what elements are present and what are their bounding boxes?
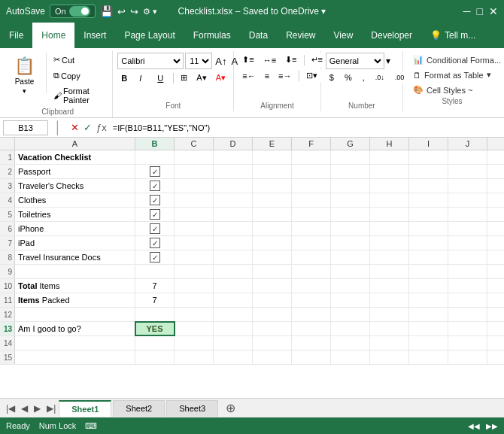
font-color-button[interactable]: A▾ [212,71,229,85]
cell-j10[interactable] [448,279,487,293]
scrollbar-right-icon[interactable]: ▶▶ [486,422,498,430]
sheet-tab-sheet1[interactable]: Sheet1 [59,400,111,417]
cell-g13[interactable] [331,322,370,335]
nav-next-sheet[interactable]: ▶ [31,402,44,415]
cell-a13[interactable]: Am I good to go? [15,322,135,335]
cell-d5[interactable] [214,208,253,221]
cell-d8[interactable] [214,250,253,264]
cell-e13[interactable] [253,322,292,335]
cell-ref-input[interactable] [3,120,48,135]
cell-j1[interactable] [448,150,487,164]
menu-home[interactable]: Home [32,23,74,48]
cell-g3[interactable] [331,179,370,193]
comma-button[interactable]: , [359,71,369,84]
cell-i8[interactable] [409,250,448,264]
checkbox-b8[interactable] [150,252,160,263]
cell-f10[interactable] [292,279,331,293]
cell-i4[interactable] [409,193,448,207]
menu-data[interactable]: Data [240,23,277,48]
col-header-i[interactable]: I [409,138,448,150]
cell-styles-button[interactable]: 🎨 Cell Styles ~ [408,83,504,97]
italic-button[interactable]: I [135,71,152,85]
cell-c15[interactable] [175,351,214,364]
cell-b8[interactable] [135,250,175,264]
cell-i3[interactable] [409,179,448,193]
sheet-tab-sheet2[interactable]: Sheet2 [113,400,165,417]
cell-g2[interactable] [331,165,370,178]
cell-a2[interactable]: Passport [15,165,135,178]
paste-button[interactable]: 📋 Paste ▾ [8,53,41,93]
cell-i2[interactable] [409,165,448,178]
cell-f8[interactable] [292,250,331,264]
cell-a3[interactable]: Traveler's Checks [15,179,135,193]
cell-a10[interactable]: Total Items [15,279,135,293]
undo-icon[interactable]: ↩ [117,6,126,17]
cell-c5[interactable] [175,208,214,221]
cell-b13[interactable]: YES [135,322,175,335]
sheet-tab-sheet3[interactable]: Sheet3 [166,400,218,417]
cell-d9[interactable] [214,265,253,278]
checkbox-b3[interactable] [150,181,160,191]
col-header-g[interactable]: G [331,138,370,150]
cell-j11[interactable] [448,293,487,307]
cell-i1[interactable] [409,150,448,164]
cell-g4[interactable] [331,193,370,207]
cell-g14[interactable] [331,336,370,350]
cell-g11[interactable] [331,293,370,307]
format-painter-button[interactable]: 🖌 Format Painter [50,84,108,107]
cell-a11[interactable]: Items Packed [15,293,135,307]
cell-e1[interactable] [253,150,292,164]
cell-j8[interactable] [448,250,487,264]
cell-c8[interactable] [175,250,214,264]
col-header-j[interactable]: J [448,138,487,150]
cell-i7[interactable] [409,236,448,250]
cell-j4[interactable] [448,193,487,207]
cell-b1[interactable] [135,150,175,164]
merge-button[interactable]: ⊡▾ [302,68,321,83]
checkbox-b6[interactable] [150,223,160,234]
cell-b11[interactable]: 7 [135,293,175,307]
cell-e4[interactable] [253,193,292,207]
cell-d12[interactable] [214,308,253,321]
insert-function-icon[interactable]: ƒx [96,122,107,133]
cell-h2[interactable] [370,165,409,178]
format-table-button[interactable]: 🗒 Format as Table ▾ [408,68,504,82]
cell-b5[interactable] [135,208,175,221]
redo-icon[interactable]: ↪ [130,6,138,17]
cell-d15[interactable] [214,351,253,364]
cell-g9[interactable] [331,265,370,278]
cell-c9[interactable] [175,265,214,278]
cell-i9[interactable] [409,265,448,278]
cell-e6[interactable] [253,222,292,235]
cell-b4[interactable] [135,193,175,207]
cell-h15[interactable] [370,351,409,364]
cell-e11[interactable] [253,293,292,307]
cell-a5[interactable]: Toiletries [15,208,135,221]
cell-h7[interactable] [370,236,409,250]
menu-review[interactable]: Review [277,23,324,48]
number-format-arrow[interactable]: ▾ [386,56,390,66]
cell-h11[interactable] [370,293,409,307]
save-icon[interactable]: 💾 [100,5,113,17]
cell-d2[interactable] [214,165,253,178]
cell-h9[interactable] [370,265,409,278]
cell-i11[interactable] [409,293,448,307]
menu-developer[interactable]: Developer [362,23,421,48]
cell-d10[interactable] [214,279,253,293]
cell-a8[interactable]: Travel Insurance Docs [15,250,135,264]
formula-input[interactable] [113,120,501,135]
cell-g8[interactable] [331,250,370,264]
cell-g1[interactable] [331,150,370,164]
nav-first-sheet[interactable]: |◀ [3,402,18,415]
cell-b6[interactable] [135,222,175,235]
font-name-select[interactable]: Calibri [117,53,184,69]
cell-e9[interactable] [253,265,292,278]
cell-g12[interactable] [331,308,370,321]
cell-f1[interactable] [292,150,331,164]
cell-c12[interactable] [175,308,214,321]
cell-i10[interactable] [409,279,448,293]
cell-d7[interactable] [214,236,253,250]
window-close[interactable]: ✕ [489,5,498,17]
cell-j2[interactable] [448,165,487,178]
cell-i12[interactable] [409,308,448,321]
